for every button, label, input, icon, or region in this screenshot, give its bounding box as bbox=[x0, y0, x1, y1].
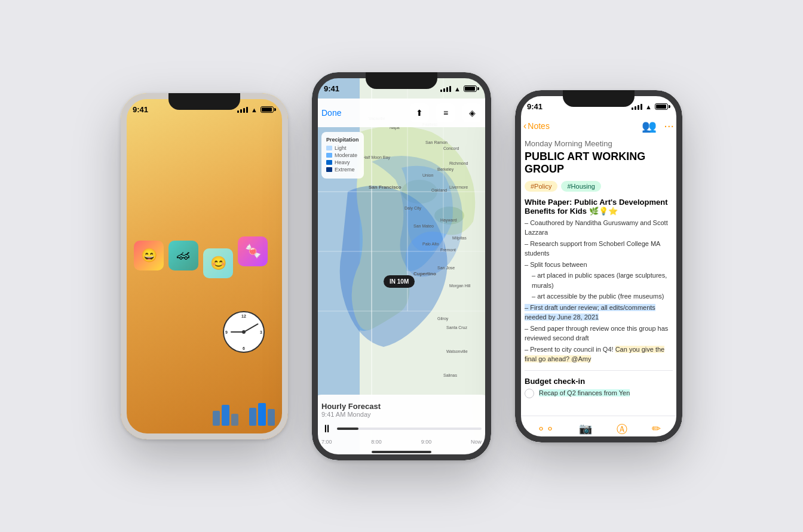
checklist-icon[interactable]: ⚬⚬ bbox=[537, 422, 554, 436]
legend-color-extreme bbox=[326, 167, 332, 172]
notes-signal-icon bbox=[632, 104, 642, 110]
notes-more-icon[interactable]: ··· bbox=[664, 119, 674, 133]
svg-text:Hayward: Hayward bbox=[440, 218, 457, 223]
camera-icon[interactable]: 📷 bbox=[579, 422, 592, 436]
map-status-time: 9:41 bbox=[324, 84, 339, 93]
home-indicator bbox=[372, 451, 431, 453]
legend-light: Light bbox=[326, 145, 359, 151]
status-time-phone1: 9:41 bbox=[133, 105, 148, 114]
notes-status-icons: ▲ bbox=[632, 103, 670, 110]
phone3: 9:41 ▲ ‹ bbox=[515, 90, 682, 442]
marker-label: IN 10M bbox=[384, 275, 415, 288]
svg-text:Salinas: Salinas bbox=[443, 373, 457, 377]
note-line-8: – Present to city council in Q4! Can you… bbox=[525, 345, 673, 364]
highlighted-text-yellow: Can you give the final go ahead? @Amy bbox=[525, 346, 664, 363]
svg-text:San Francisco: San Francisco bbox=[369, 184, 402, 190]
svg-text:San Jose: San Jose bbox=[437, 266, 455, 270]
svg-text:Half Moon Bay: Half Moon Bay bbox=[363, 155, 390, 160]
notes-back-button[interactable]: ‹ Notes bbox=[523, 121, 550, 131]
forecast-progress-bar[interactable] bbox=[337, 428, 482, 430]
notes-toolbar: ⚬⚬ 📷 Ⓐ ✏ bbox=[515, 416, 682, 442]
notes-share-icon[interactable]: 👥 bbox=[642, 119, 657, 133]
forecast-progress-fill bbox=[337, 428, 358, 430]
timeline-label-now: Now bbox=[471, 439, 482, 445]
note-line-7: – Send paper through review once this gr… bbox=[525, 324, 673, 343]
tag-housing[interactable]: #Housing bbox=[561, 181, 600, 192]
list-item: 😊 bbox=[203, 248, 233, 280]
note-line-4: – art placed in public spaces (large scu… bbox=[525, 270, 673, 290]
notch-phone2 bbox=[366, 72, 437, 89]
svg-text:Livermore: Livermore bbox=[449, 185, 468, 189]
svg-text:Union: Union bbox=[422, 173, 433, 177]
timeline-label-3: 9:00 bbox=[421, 439, 432, 445]
map-done-button[interactable]: Done bbox=[321, 108, 341, 118]
map-toolbar: Done ⬆ ≡ ◈ bbox=[312, 99, 491, 127]
legend-moderate: Moderate bbox=[326, 152, 359, 158]
markup-icon[interactable]: Ⓐ bbox=[617, 422, 627, 436]
timeline-label-2: 8:00 bbox=[371, 439, 382, 445]
clock-center bbox=[242, 330, 246, 334]
notch-phone1 bbox=[168, 93, 240, 110]
highlighted-text-teal: Recap of Q2 finances from Yen bbox=[539, 389, 630, 396]
svg-text:Cupertino: Cupertino bbox=[413, 271, 436, 276]
notes-text-block: – Coauthored by Nanditha Guruswamy and S… bbox=[525, 218, 673, 364]
tag-row: #Policy #Housing bbox=[525, 181, 673, 192]
notes-status-time: 9:41 bbox=[527, 102, 543, 111]
notes-wifi-icon: ▲ bbox=[645, 103, 652, 110]
phone2: San Francisco Daly City San Mateo Oaklan… bbox=[312, 72, 491, 460]
signal-icon bbox=[237, 107, 248, 113]
wifi-icon: ▲ bbox=[251, 106, 258, 113]
notes-right-icons: 👥 ··· bbox=[642, 119, 674, 133]
forecast-player: ⏸ bbox=[321, 423, 482, 435]
note-line-6: – First draft under review; all edits/co… bbox=[525, 303, 673, 322]
svg-text:Daly City: Daly City bbox=[404, 206, 422, 211]
map-battery-icon bbox=[464, 85, 479, 92]
tag-policy[interactable]: #Policy bbox=[525, 181, 557, 192]
notes-divider bbox=[525, 370, 673, 371]
meeting-title: Monday Morning Meeting bbox=[525, 139, 673, 148]
precipitation-label: Precipitation bbox=[326, 137, 359, 143]
checklist-text: Recap of Q2 finances from Yen bbox=[539, 388, 630, 398]
map-location-button[interactable]: ⬆ bbox=[410, 103, 429, 122]
notes-back-label: Notes bbox=[528, 121, 550, 131]
notes-nav: ‹ Notes 👥 ··· bbox=[515, 116, 682, 138]
legend-color-light bbox=[326, 146, 332, 150]
svg-text:San Mateo: San Mateo bbox=[413, 224, 434, 228]
note-line-1: – Coauthored by Nanditha Guruswamy and S… bbox=[525, 218, 673, 238]
rain-marker: IN 10M bbox=[384, 275, 415, 288]
forecast-title: Hourly Forecast bbox=[321, 402, 381, 411]
svg-text:Berkeley: Berkeley bbox=[437, 167, 454, 172]
clock-face: 12 3 6 9 bbox=[223, 311, 265, 353]
legend-extreme: Extreme bbox=[326, 167, 359, 173]
map-list-button[interactable]: ≡ bbox=[436, 103, 455, 122]
battery-icon bbox=[260, 106, 276, 113]
map-signal-icon bbox=[440, 86, 451, 92]
legend-color-heavy bbox=[326, 160, 332, 165]
legend-heavy: Heavy bbox=[326, 159, 359, 165]
note-line-5: – art accessible by the public (free mus… bbox=[525, 291, 673, 302]
svg-text:San Ramon: San Ramon bbox=[425, 140, 448, 144]
svg-text:Santa Cruz: Santa Cruz bbox=[446, 325, 468, 330]
map-bottom-panel: Hourly Forecast 9:41 AM Monday ⏸ 7:00 8:… bbox=[312, 395, 491, 460]
notes-content: 9:41 ▲ ‹ bbox=[515, 90, 682, 442]
svg-text:Gilroy: Gilroy bbox=[437, 316, 449, 321]
highlighted-text-blue: – First draft under review; all edits/co… bbox=[525, 304, 655, 321]
play-pause-button[interactable]: ⏸ bbox=[321, 423, 332, 435]
compose-icon[interactable]: ✏ bbox=[652, 422, 661, 436]
notes-body: Monday Morning Meeting PUBLIC ART WORKIN… bbox=[515, 138, 682, 416]
map-right-icons: ⬆ ≡ ◈ bbox=[410, 103, 482, 122]
check-circle[interactable] bbox=[525, 389, 534, 398]
svg-text:Oakland: Oakland bbox=[431, 188, 447, 192]
status-icons-phone1: ▲ bbox=[237, 106, 276, 113]
svg-text:Milpitas: Milpitas bbox=[452, 236, 467, 241]
map-legend: Precipitation Light Moderate Heavy Extre… bbox=[321, 132, 364, 179]
note-line-2: – Research support from Schoberl College… bbox=[525, 239, 673, 259]
svg-text:Concord: Concord bbox=[443, 146, 459, 150]
notes-battery-icon bbox=[655, 103, 670, 110]
svg-text:Richmond: Richmond bbox=[449, 161, 468, 165]
map-layers-button[interactable]: ◈ bbox=[462, 103, 482, 122]
checklist-item: Recap of Q2 finances from Yen bbox=[525, 388, 673, 398]
svg-text:Fremont: Fremont bbox=[440, 248, 456, 252]
legend-color-moderate bbox=[326, 153, 332, 158]
note-line-3: – Split focus between bbox=[525, 260, 673, 270]
